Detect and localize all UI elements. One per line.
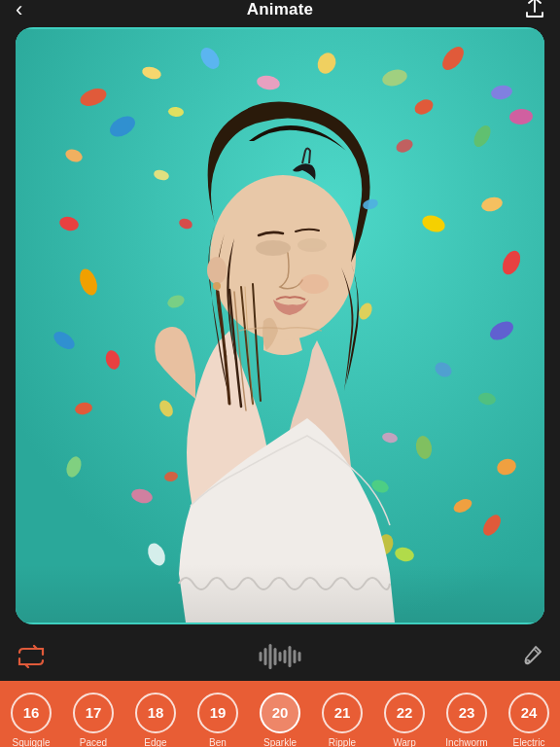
filter-number: 17 <box>73 693 114 733</box>
filter-label: Paced <box>80 737 107 748</box>
page-title: Animate <box>247 0 313 19</box>
filter-label: Electric <box>513 737 545 748</box>
filter-label: Ripple <box>329 737 356 748</box>
filter-item-ben[interactable]: 19Ben <box>187 681 249 747</box>
filter-number: 24 <box>508 693 549 733</box>
filter-item-warp[interactable]: 22Warp <box>373 681 436 747</box>
filter-item-paced[interactable]: 17Paced <box>62 681 124 747</box>
filter-number: 18 <box>135 693 176 733</box>
filter-item-sparkle[interactable]: 20Sparkle <box>249 681 311 747</box>
image-wrapper <box>16 27 544 624</box>
filter-number: 22 <box>384 693 425 733</box>
filter-number: 21 <box>322 693 363 733</box>
back-button[interactable]: ‹ <box>16 0 22 20</box>
filter-label: Edge <box>144 737 166 748</box>
svg-point-39 <box>299 274 329 294</box>
svg-point-40 <box>207 257 227 284</box>
filter-item-ripple[interactable]: 21Ripple <box>311 681 373 747</box>
filter-label: Squiggle <box>13 737 51 748</box>
app-container: ‹ Animate <box>0 0 560 747</box>
loop-button[interactable] <box>16 645 47 668</box>
filter-strip: 16Squiggle17Paced18Edge19Ben20Sparkle21R… <box>0 681 560 747</box>
filter-label: Inchworm <box>445 737 487 748</box>
image-area <box>0 19 560 632</box>
filter-label: Warp <box>393 737 416 748</box>
filter-label: Ben <box>209 737 227 748</box>
filter-number: 16 <box>11 693 52 733</box>
svg-point-38 <box>298 238 327 252</box>
share-button[interactable] <box>525 0 544 23</box>
filter-number: 20 <box>260 693 300 733</box>
filter-label: Sparkle <box>263 737 297 748</box>
filter-item-inchworm[interactable]: 23Inchworm <box>436 681 498 747</box>
svg-point-37 <box>256 240 291 256</box>
svg-point-41 <box>213 282 221 290</box>
filter-item-edge[interactable]: 18Edge <box>124 681 187 747</box>
filter-number: 19 <box>197 693 238 733</box>
header: ‹ Animate <box>0 0 560 19</box>
bottom-controls: 16Squiggle17Paced18Edge19Ben20Sparkle21R… <box>0 632 560 747</box>
filter-number: 23 <box>446 693 487 733</box>
playback-bar <box>0 632 560 681</box>
brush-button[interactable] <box>521 643 544 670</box>
filter-item-electric[interactable]: 24Electric <box>498 681 560 747</box>
svg-rect-52 <box>16 564 544 622</box>
filter-item-squiggle[interactable]: 16Squiggle <box>0 681 62 747</box>
svg-point-53 <box>526 660 530 664</box>
waveform-icon <box>260 644 301 669</box>
